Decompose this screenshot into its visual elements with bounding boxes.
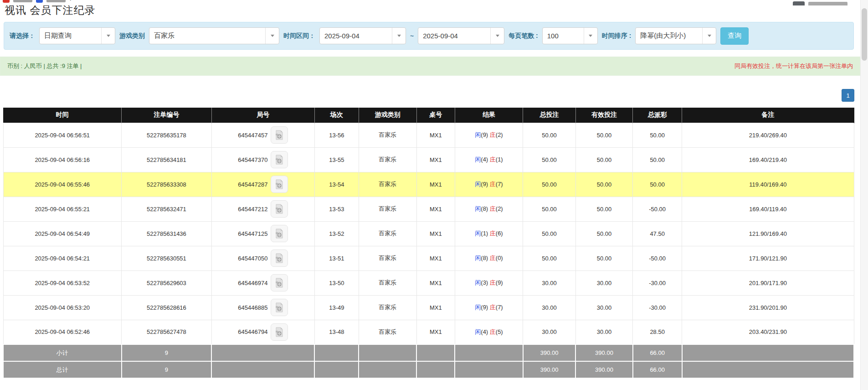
total-row: 总计 9 390.00 390.00 66.00 [3, 361, 854, 378]
cell-total-bet-link[interactable]: 30.00 [523, 270, 576, 295]
cell-game-type: 百家乐 [359, 295, 416, 320]
blue-bookmark-icon[interactable] [36, 0, 43, 3]
cell-total-bet-link[interactable]: 50.00 [523, 221, 576, 246]
video-playback-button[interactable] [271, 176, 288, 193]
red-bookmark-icon[interactable] [3, 0, 10, 3]
round-id-text: 645446794 [238, 328, 267, 335]
cell-total-bet-link[interactable]: 30.00 [523, 320, 576, 344]
result-player-number: (9) [481, 304, 488, 311]
cell-bet-id: 522785629603 [122, 270, 212, 295]
video-record-icon [274, 253, 285, 264]
cell-game-type: 百家乐 [359, 270, 416, 295]
scrollbar-thumb[interactable] [862, 8, 867, 61]
cell-time: 2025-09-04 06:56:51 [3, 123, 122, 147]
cell-time: 2025-09-04 06:54:21 [3, 246, 122, 270]
cell-payout: 50.00 [633, 123, 682, 147]
table-row: 2025-09-04 06:56:51522785635178645447457… [3, 123, 854, 147]
cell-bet-id: 522785631436 [122, 221, 212, 246]
column-header: 时间 [3, 108, 122, 123]
result-banker-label: 庄 [490, 205, 496, 212]
cell-round-id: 645447370 [211, 147, 314, 172]
cell-note: 169.40/219.40 [682, 147, 854, 172]
bookmark-label-clipped[interactable] [46, 0, 66, 2]
result-banker-number: (6) [496, 230, 503, 237]
column-header: 有效投注 [575, 108, 632, 123]
video-record-icon [274, 228, 285, 239]
cell-total-bet-link[interactable]: 50.00 [523, 197, 576, 221]
column-header: 备注 [682, 108, 854, 123]
cell-table-no: MX1 [416, 197, 455, 221]
video-playback-button[interactable] [271, 225, 288, 242]
chevron-down-icon [702, 28, 716, 44]
cell-time: 2025-09-04 06:53:20 [3, 295, 122, 320]
cell-time: 2025-09-04 06:55:21 [3, 197, 122, 221]
cell-round-id: 645446885 [211, 295, 314, 320]
video-playback-button[interactable] [271, 323, 288, 341]
round-id-text: 645447457 [238, 132, 267, 139]
cell-valid-bet: 50.00 [575, 147, 632, 172]
result-banker-label: 庄 [490, 156, 496, 163]
result-player-label: 闲 [475, 328, 481, 335]
cell-session: 13-54 [314, 172, 359, 197]
video-playback-button[interactable] [271, 200, 288, 218]
date-from-select[interactable]: 2025-09-04 [319, 27, 406, 44]
page-button-1[interactable]: 1 [842, 89, 854, 102]
cell-session: 13-51 [314, 246, 359, 270]
cell-total-bet-link[interactable]: 50.00 [523, 246, 576, 270]
game-type-select[interactable]: 百家乐 [149, 27, 279, 44]
cell-bet-id: 522785630551 [122, 246, 212, 270]
video-record-icon [274, 302, 285, 313]
chevron-down-icon [392, 28, 406, 44]
video-playback-button[interactable] [271, 250, 288, 267]
time-sort-select[interactable]: 降幂(由大到小) [635, 27, 716, 44]
cell-payout: 47.50 [633, 221, 682, 246]
result-banker-number: (1) [496, 156, 503, 163]
video-playback-button[interactable] [271, 126, 288, 144]
result-banker-number: (0) [496, 255, 503, 261]
toolbar-icon[interactable] [793, 1, 805, 5]
range-tilde: ~ [410, 32, 414, 40]
video-record-icon [274, 277, 285, 288]
video-playback-button[interactable] [271, 274, 288, 291]
video-playback-button[interactable] [271, 151, 288, 168]
cell-table-no: MX1 [416, 270, 455, 295]
query-button[interactable]: 查询 [720, 27, 749, 45]
result-player-label: 闲 [475, 304, 481, 311]
subtotal-payout: 66.00 [633, 344, 682, 361]
cell-game-type: 百家乐 [359, 320, 416, 344]
cell-note: 171.90/121.90 [682, 246, 854, 270]
video-record-icon [274, 179, 285, 190]
column-header: 桌号 [416, 108, 455, 123]
cell-round-id: 645446794 [211, 320, 314, 344]
round-id-text: 645446885 [238, 304, 267, 311]
result-player-number: (9) [481, 131, 488, 138]
video-record-icon [274, 327, 285, 338]
column-header: 总投注 [523, 108, 576, 123]
currency-summary-text: 币别 : 人民币 | 总共 :9 注单 | [7, 62, 82, 70]
cell-session: 13-49 [314, 295, 359, 320]
result-banker-label: 庄 [490, 230, 496, 237]
cell-total-bet-link[interactable]: 30.00 [523, 295, 576, 320]
video-playback-button[interactable] [271, 299, 288, 316]
total-label: 总计 [3, 361, 122, 378]
time-range-label: 时间区间： [283, 32, 315, 40]
date-to-select[interactable]: 2025-09-04 [418, 27, 504, 44]
bookmark-label-clipped[interactable] [13, 0, 32, 2]
cell-valid-bet: 30.00 [575, 320, 632, 344]
cell-valid-bet: 50.00 [575, 197, 632, 221]
total-total-bet: 390.00 [523, 361, 576, 378]
query-type-select[interactable]: 日期查询 [39, 27, 115, 44]
select-type-label: 请选择： [10, 32, 35, 40]
result-player-label: 闲 [475, 255, 481, 261]
cell-total-bet-link[interactable]: 50.00 [523, 123, 576, 147]
cell-total-bet-link[interactable]: 50.00 [523, 172, 576, 197]
cell-valid-bet: 30.00 [575, 295, 632, 320]
cell-table-no: MX1 [416, 295, 455, 320]
cell-time: 2025-09-04 06:53:52 [3, 270, 122, 295]
result-banker-number: (7) [496, 304, 503, 311]
vertical-scrollbar[interactable] [860, 0, 868, 390]
per-page-select[interactable]: 100 [542, 27, 598, 44]
cell-total-bet-link[interactable]: 50.00 [523, 147, 576, 172]
page-title: 视讯 会员下注纪录 [5, 5, 860, 17]
result-banker-label: 庄 [490, 304, 496, 311]
